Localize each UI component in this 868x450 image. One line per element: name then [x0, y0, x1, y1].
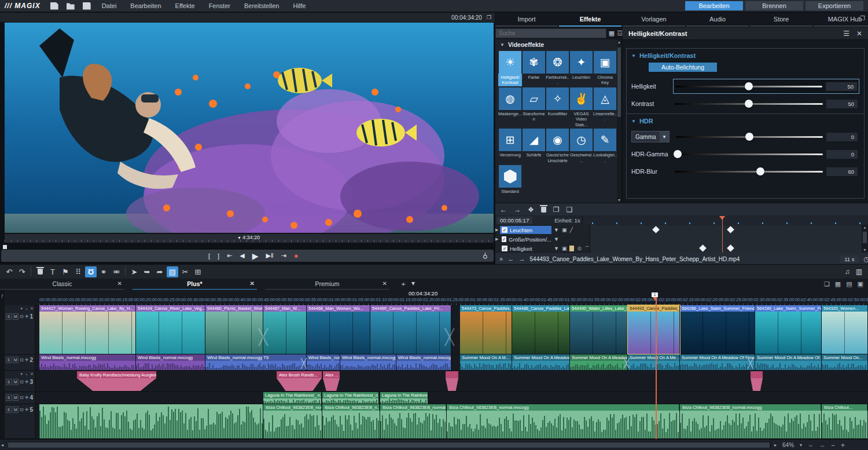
effect-tile-color-palette[interactable]: ✾Farbe: [523, 51, 545, 86]
preview-undock-icon[interactable]: ❐: [487, 14, 491, 20]
view-storyboard-icon[interactable]: ▦: [835, 280, 841, 288]
effect-tile-color-correction[interactable]: ❂Farbkorrek...: [546, 51, 569, 86]
collapse-arrow-icon[interactable]: ▼: [631, 53, 636, 58]
video-clip[interactable]: 544473_Canoe_Paddles...: [460, 305, 512, 354]
transport-play[interactable]: ▶: [252, 251, 259, 261]
mode-brennen[interactable]: Brennen: [745, 1, 803, 10]
title-object[interactable]: [751, 371, 763, 391]
curve-line-icon[interactable]: ╱: [569, 227, 572, 233]
zoom-level[interactable]: 64%: [782, 442, 794, 448]
title-object[interactable]: [446, 371, 458, 391]
mouse-mode-stretch-icon[interactable]: ➦: [154, 266, 165, 277]
menu-item-bereitstellen[interactable]: Bereitstellen: [237, 2, 286, 9]
tab-effekte[interactable]: Effekte: [559, 16, 621, 27]
slider-thumb[interactable]: [674, 150, 682, 158]
search-input[interactable]: [495, 28, 606, 38]
mini-close-icon[interactable]: ✕: [30, 372, 34, 378]
text-title-icon[interactable]: T: [47, 266, 58, 277]
kf-add-icon[interactable]: ❖: [528, 206, 534, 214]
mute-button[interactable]: M: [13, 379, 19, 385]
effect-tile-chroma-key[interactable]: ▣Chroma Key: [594, 51, 616, 86]
slider-track[interactable]: [676, 131, 823, 142]
effect-tile-sharpness[interactable]: ◢Schärfe: [523, 129, 545, 164]
lock-icon[interactable]: ⊡: [20, 314, 24, 319]
kf-lane[interactable]: [590, 244, 868, 254]
slider-value[interactable]: 50: [826, 82, 857, 91]
video-clip[interactable]: 564289_Lake_Swim_Summer_Fr...: [755, 305, 822, 354]
menu-item-fenster[interactable]: Fenster: [202, 2, 237, 9]
playhead-triangle[interactable]: [653, 297, 657, 303]
keyframe-playhead-marker[interactable]: [719, 216, 725, 223]
menu-item-hilfe[interactable]: Hilfe: [286, 2, 312, 9]
new-project-icon[interactable]: [50, 2, 58, 10]
mouse-mode-single-icon[interactable]: ➥: [141, 266, 153, 277]
video-clip[interactable]: 544424_Canoe_River_Lake_Veg...: [136, 305, 205, 354]
mini-close-icon[interactable]: ✕: [30, 306, 34, 312]
add-tab-icon[interactable]: ＋: [400, 279, 407, 289]
audio-clip[interactable]: Wind Blasts_normal.mxcogg: [39, 354, 136, 370]
transition-icon[interactable]: ✛: [25, 379, 29, 385]
mini-add-icon[interactable]: ＋: [24, 372, 28, 378]
audio-clip-ibiza[interactable]: [39, 404, 263, 438]
kf-lane[interactable]: [590, 235, 868, 244]
prev-object-icon[interactable]: ←: [508, 255, 514, 262]
lock-icon[interactable]: ⊡: [20, 357, 24, 363]
stop-marker[interactable]: [3, 245, 7, 249]
fx-section-title[interactable]: ▼HDR: [631, 118, 859, 125]
range-insert-icon[interactable]: ⊞: [192, 266, 204, 277]
slider-thumb[interactable]: [745, 100, 753, 108]
snap-magnet-icon[interactable]: Ω: [85, 266, 97, 277]
slider-value[interactable]: 60: [826, 167, 858, 176]
editor-close-icon[interactable]: ✕: [856, 30, 862, 38]
audio-clip[interactable]: Wind Blasts_norm...: [307, 354, 340, 370]
delete-object-icon[interactable]: [34, 266, 46, 277]
expand-arrow-icon[interactable]: ▶: [495, 237, 500, 242]
audio-clip-ibiza[interactable]: Ibiza Chillout_983823EB_normal.mxcogg: [447, 404, 680, 438]
effect-tile-lens-flare[interactable]: ◬Linsenrefle...: [594, 87, 616, 127]
slider-track[interactable]: [675, 166, 823, 177]
scroll-down-icon[interactable]: ▼: [617, 198, 621, 202]
audio-clip-ibiza[interactable]: Ibiza Chillout...: [822, 404, 868, 438]
slider-track[interactable]: [675, 98, 823, 109]
mini-dropdown-icon[interactable]: ▾: [21, 306, 23, 312]
audio-clip-laguna[interactable]: Laguna In The Rainfores...: [380, 392, 428, 404]
audio-monitor-icon[interactable]: ♫: [845, 268, 850, 276]
zoom-fit-icon[interactable]: ⇔: [808, 442, 814, 448]
object-mode-icon[interactable]: ▤: [167, 266, 178, 277]
effect-tile-brightness-contrast[interactable]: ☀Helligkeit/ Kontrast: [499, 51, 521, 86]
video-clip[interactable]: 544468_Man_Women_Wo...: [307, 305, 370, 354]
checkbox-icon[interactable]: ✓: [502, 246, 507, 251]
title-object[interactable]: Baby Kruffy Randbeschneidung Ausgleich..…: [77, 371, 156, 391]
zoom-selection-icon[interactable]: ↔: [819, 442, 825, 448]
keyframe-diamond[interactable]: [727, 226, 734, 233]
effect-tile-art-filter[interactable]: ✧Kunstfilter: [546, 87, 569, 127]
audio-clip[interactable]: Summer Mood On A M...: [460, 354, 512, 370]
timeline-ruler[interactable]: 00:04:34:20 00:00:00:0000:00:05:0000:00:…: [5, 290, 868, 306]
solo-button[interactable]: S: [6, 379, 12, 385]
effect-tile-punch-shapes[interactable]: ▱Stanzformen: [523, 87, 545, 127]
view-timeline-icon[interactable]: ▤: [846, 280, 852, 288]
timeline-tab-classic[interactable]: Classic✕: [0, 278, 124, 290]
effect-tile-glow[interactable]: ✦Leuchten: [570, 51, 593, 86]
video-clip[interactable]: 544469_Canoe_Paddles_Lake_Fri...: [370, 305, 451, 354]
dropdown-arrow-icon[interactable]: ▼: [554, 246, 559, 251]
audio-clip[interactable]: Summer Mood On...: [822, 354, 868, 370]
slider-thumb[interactable]: [756, 167, 764, 175]
section-header[interactable]: ▼Videoeffekte: [495, 39, 621, 50]
pool-undock-icon[interactable]: ❐: [860, 15, 865, 21]
effect-tile-look-matching[interactable]: ✎Lookabglei...: [594, 129, 616, 164]
collapse-arrow-icon[interactable]: ▼: [631, 119, 636, 124]
keyframe-scrollbar[interactable]: ▲ ▼: [862, 225, 868, 253]
video-clip[interactable]: 544460_Picnic_Basket_Woman_Jetty_Car: [205, 305, 263, 354]
audio-clip[interactable]: Wind Blasts_normal.mxcogg: [396, 354, 451, 370]
solo-button[interactable]: S: [6, 357, 12, 363]
video-clip[interactable]: 544467_Man_W...: [263, 305, 307, 354]
track-header-3[interactable]: ▾＋✕SM⊡✛3: [5, 371, 35, 392]
audio-clip-ibiza[interactable]: Ibiza Chillout_983823EB_nor...: [263, 404, 322, 438]
solo-button[interactable]: S: [6, 394, 12, 401]
video-preview[interactable]: [5, 23, 494, 233]
tab-list-icon[interactable]: ▾: [411, 279, 415, 289]
audio-clip-ibiza[interactable]: Ibiza Chillout_983823EB_n...: [322, 404, 380, 438]
kf-row-label[interactable]: ✓Leuchten: [500, 226, 551, 234]
kf-scroll-down-icon[interactable]: ▼: [862, 248, 868, 252]
